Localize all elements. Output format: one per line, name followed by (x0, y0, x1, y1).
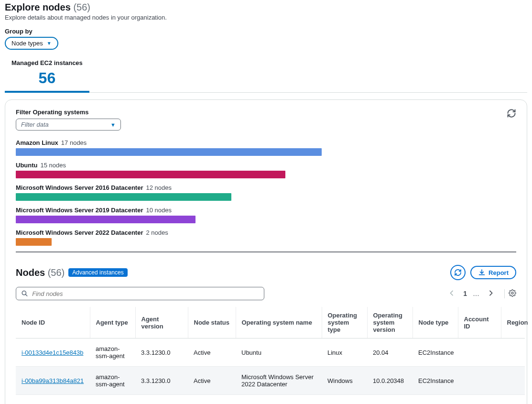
cell: 3.3.1230.0 (135, 395, 188, 404)
cell: Linux (322, 338, 367, 367)
cell: EC2Instance (413, 367, 458, 395)
cell: amazon-ssm-agent (90, 338, 135, 367)
nodes-search[interactable] (16, 287, 264, 300)
os-bar-chart: Amazon Linux17 nodesUbuntu15 nodesMicros… (16, 139, 516, 246)
tab-label: Managed EC2 instances (11, 58, 83, 66)
node-id-link[interactable]: i-00133d4e1c15e843b (22, 349, 83, 356)
refresh-icon (454, 269, 462, 276)
search-icon (21, 290, 28, 297)
os-bar-row: Amazon Linux17 nodes (16, 139, 516, 156)
cell (458, 395, 501, 404)
cell: Active (188, 367, 236, 395)
nodes-table: Node IDAgent typeAgent versionNode statu… (16, 307, 525, 404)
cell: Windows (322, 367, 367, 395)
col-header[interactable]: Node type (413, 307, 458, 338)
svg-point-1 (511, 292, 513, 294)
page-next[interactable] (485, 287, 497, 300)
tab-value: 56 (11, 66, 83, 91)
gear-icon (509, 289, 516, 297)
os-bar[interactable] (16, 238, 52, 246)
chevron-left-icon (448, 289, 456, 297)
cell: Active (188, 338, 236, 367)
cell: Active (188, 395, 236, 404)
refresh-icon (507, 109, 516, 118)
os-bar-label: Microsoft Windows Server 2016 Datacenter… (16, 184, 516, 191)
col-header[interactable]: Agent version (135, 307, 188, 338)
cell: Microsoft Windows Server 2022 Datacenter (236, 367, 322, 395)
page-prev[interactable] (446, 287, 457, 300)
nodes-title: Nodes (56) Advanced instances (16, 267, 128, 278)
col-header[interactable]: Agent type (90, 307, 135, 338)
os-bar-label: Microsoft Windows Server 2022 Datacenter… (16, 229, 516, 236)
table-row: i-010e038ef4f248dbdamazon-ssm-agent3.3.1… (16, 395, 525, 404)
filter-os-placeholder: Filter data (21, 121, 49, 128)
os-bar-row: Microsoft Windows Server 2019 Datacenter… (16, 207, 516, 223)
os-bar[interactable] (16, 216, 195, 223)
title-count: (56) (73, 2, 90, 12)
page-ellipsis: … (473, 290, 479, 297)
refresh-nodes-button[interactable] (450, 265, 466, 280)
os-bar-label: Ubuntu15 nodes (16, 162, 516, 169)
cell: i-00133d4e1c15e843b (16, 338, 90, 367)
col-header[interactable]: Node ID (16, 307, 90, 338)
os-bar[interactable] (16, 148, 322, 156)
table-row: i-00133d4e1c15e843bamazon-ssm-agent3.3.1… (16, 338, 525, 367)
groupby-value: Node types (11, 40, 43, 47)
cell: 20.04 (367, 338, 413, 367)
download-icon (478, 269, 486, 276)
page-number[interactable]: 1 (463, 290, 467, 297)
col-header[interactable]: Region (501, 307, 525, 338)
groupby-label: Group by (5, 28, 527, 35)
table-settings-button[interactable] (504, 289, 516, 298)
cell (458, 338, 501, 367)
title-text: Explore nodes (5, 2, 71, 12)
cell: 3.3.1230.0 (135, 338, 188, 367)
cell: i-010e038ef4f248dbd (16, 395, 90, 404)
os-bar[interactable] (16, 171, 285, 178)
cell: Amazon Linux (236, 395, 322, 404)
nodes-count: (56) (48, 267, 65, 278)
os-bar-row: Microsoft Windows Server 2022 Datacenter… (16, 229, 516, 246)
cell: 2 (367, 395, 413, 404)
cell: 3.3.1230.0 (135, 367, 188, 395)
advanced-instances-badge[interactable]: Advanced instances (68, 268, 127, 277)
cell: i-00ba99a313b84a821 (16, 367, 90, 395)
card-divider (16, 251, 516, 252)
tab-managed-ec2[interactable]: Managed EC2 instances 56 (5, 58, 89, 93)
cell (501, 338, 525, 367)
page-title: Explore nodes (56) (5, 2, 527, 13)
col-header[interactable]: Operating system type (322, 307, 367, 338)
os-bar-label: Amazon Linux17 nodes (16, 139, 516, 146)
cell: EC2Instance (413, 395, 458, 404)
groupby-select[interactable]: Node types ▼ (5, 37, 58, 50)
filter-os-title: Filter Operating systems (16, 109, 121, 116)
col-header[interactable]: Account ID (458, 307, 501, 338)
table-row: i-00ba99a313b84a821amazon-ssm-agent3.3.1… (16, 367, 525, 395)
report-button[interactable]: Report (470, 266, 516, 279)
page-subtitle: Explore details about managed nodes in y… (5, 14, 527, 21)
node-id-link[interactable]: i-00ba99a313b84a821 (22, 377, 84, 384)
cell: 10.0.20348 (367, 367, 413, 395)
pagination: 1 … (446, 287, 516, 300)
col-header[interactable]: Node status (188, 307, 236, 338)
os-bar-row: Ubuntu15 nodes (16, 162, 516, 178)
os-bar-row: Microsoft Windows Server 2016 Datacenter… (16, 184, 516, 201)
cell: EC2Instance (413, 338, 458, 367)
col-header[interactable]: Operating system name (236, 307, 322, 338)
cell (501, 367, 525, 395)
os-bar[interactable] (16, 193, 231, 201)
caret-down-icon: ▼ (110, 122, 116, 128)
report-label: Report (489, 269, 509, 276)
cell: amazon-ssm-agent (90, 367, 135, 395)
cell (458, 367, 501, 395)
caret-down-icon: ▼ (47, 41, 52, 46)
os-card: Filter Operating systems Filter data ▼ A… (5, 99, 527, 404)
col-header[interactable]: Operating system version (367, 307, 413, 338)
chevron-right-icon (487, 289, 495, 297)
filter-os-select[interactable]: Filter data ▼ (16, 119, 121, 131)
refresh-button[interactable] (507, 109, 516, 120)
cell: Linux (322, 395, 367, 404)
cell (501, 395, 525, 404)
summary-tabbar: Managed EC2 instances 56 (5, 58, 527, 93)
nodes-search-input[interactable] (32, 290, 259, 297)
